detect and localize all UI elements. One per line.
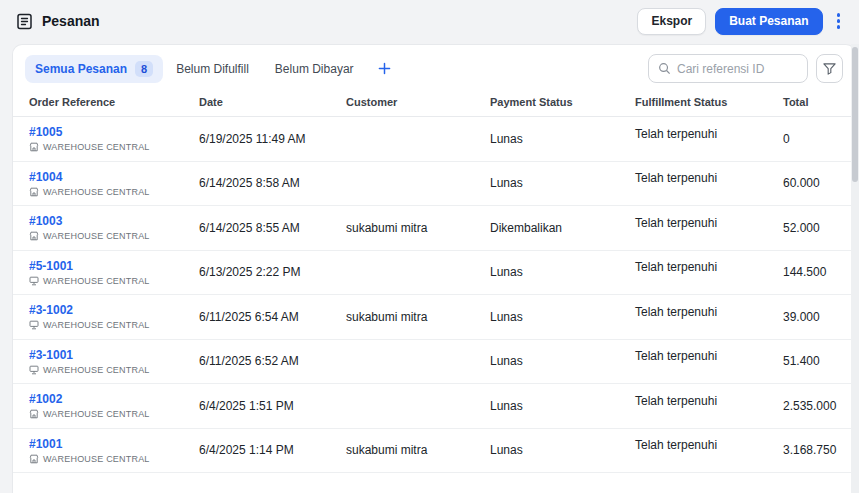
fulfillment-status: Telah terpenuhi <box>635 216 783 230</box>
location-label: WAREHOUSE CENTRAL <box>43 276 150 286</box>
pos-terminal-icon <box>29 276 39 286</box>
payment-status: Lunas <box>490 310 635 324</box>
tab-belum-dibayar[interactable]: Belum Dibayar <box>262 56 367 82</box>
orders-toolbar: Semua Pesanan 8 Belum Difulfill Belum Di… <box>13 45 855 92</box>
order-reference-link[interactable]: #3-1001 <box>29 348 199 362</box>
page-header: Pesanan Ekspor Buat Pesanan <box>0 0 859 42</box>
table-row[interactable]: #1001 WAREHOUSE CENTRAL 6/4/2025 1:14 PM… <box>13 429 855 474</box>
location-label: WAREHOUSE CENTRAL <box>43 320 150 330</box>
store-icon <box>29 187 39 197</box>
order-total: 3.168.750 <box>783 443 855 457</box>
order-location: WAREHOUSE CENTRAL <box>29 231 199 241</box>
pos-terminal-icon <box>29 365 39 375</box>
search-input[interactable] <box>677 62 798 76</box>
fulfillment-status: Telah terpenuhi <box>635 127 783 141</box>
export-button[interactable]: Ekspor <box>637 8 706 35</box>
location-label: WAREHOUSE CENTRAL <box>43 454 150 464</box>
order-location: WAREHOUSE CENTRAL <box>29 320 199 330</box>
order-location: WAREHOUSE CENTRAL <box>29 142 199 152</box>
order-count-badge: 8 <box>135 61 153 77</box>
payment-status: Lunas <box>490 399 635 413</box>
payment-status: Lunas <box>490 443 635 457</box>
order-customer: sukabumi mitra <box>346 443 490 457</box>
location-label: WAREHOUSE CENTRAL <box>43 365 150 375</box>
col-date: Date <box>199 96 346 108</box>
filter-icon <box>822 61 837 76</box>
payment-status: Dikembalikan <box>490 221 635 235</box>
create-order-button[interactable]: Buat Pesanan <box>715 8 822 35</box>
payment-status: Lunas <box>490 354 635 368</box>
order-date: 6/14/2025 8:55 AM <box>199 221 346 235</box>
location-label: WAREHOUSE CENTRAL <box>43 187 150 197</box>
order-total: 52.000 <box>783 221 855 235</box>
order-date: 6/13/2025 2:22 PM <box>199 265 346 279</box>
location-label: WAREHOUSE CENTRAL <box>43 409 150 419</box>
col-fulfillment-status: Fulfillment Status <box>635 96 783 108</box>
table-row[interactable]: #1003 WAREHOUSE CENTRAL 6/14/2025 8:55 A… <box>13 206 855 251</box>
store-icon <box>29 231 39 241</box>
location-label: WAREHOUSE CENTRAL <box>43 142 150 152</box>
table-row[interactable]: #5-1001 WAREHOUSE CENTRAL 6/13/2025 2:22… <box>13 251 855 296</box>
fulfillment-status: Telah terpenuhi <box>635 394 783 408</box>
order-date: 6/4/2025 1:51 PM <box>199 399 346 413</box>
order-reference-link[interactable]: #3-1002 <box>29 303 199 317</box>
kebab-menu-icon[interactable] <box>832 9 846 33</box>
col-total: Total <box>783 96 855 108</box>
order-reference-link[interactable]: #5-1001 <box>29 259 199 273</box>
col-payment-status: Payment Status <box>490 96 635 108</box>
table-row[interactable]: #3-1001 WAREHOUSE CENTRAL 6/11/2025 6:52… <box>13 340 855 385</box>
fulfillment-status: Telah terpenuhi <box>635 349 783 363</box>
search-icon <box>658 62 671 75</box>
order-location: WAREHOUSE CENTRAL <box>29 187 199 197</box>
table-row[interactable]: #3-1002 WAREHOUSE CENTRAL 6/11/2025 6:54… <box>13 295 855 340</box>
orders-icon <box>16 13 33 30</box>
order-total: 51.400 <box>783 354 855 368</box>
filter-button[interactable] <box>816 54 843 83</box>
order-total: 0 <box>783 132 855 146</box>
scrollbar-thumb[interactable] <box>852 47 858 182</box>
order-total: 144.500 <box>783 265 855 279</box>
order-location: WAREHOUSE CENTRAL <box>29 454 199 464</box>
order-customer: sukabumi mitra <box>346 310 490 324</box>
store-icon <box>29 409 39 419</box>
tab-label: Semua Pesanan <box>35 62 127 76</box>
location-label: WAREHOUSE CENTRAL <box>43 231 150 241</box>
col-customer: Customer <box>346 96 490 108</box>
order-reference-link[interactable]: #1002 <box>29 392 199 406</box>
tab-semua-pesanan[interactable]: Semua Pesanan 8 <box>25 55 163 83</box>
fulfillment-status: Telah terpenuhi <box>635 305 783 319</box>
store-icon <box>29 454 39 464</box>
order-reference-link[interactable]: #1005 <box>29 125 199 139</box>
table-row[interactable]: #1004 WAREHOUSE CENTRAL 6/14/2025 8:58 A… <box>13 162 855 207</box>
order-total: 60.000 <box>783 176 855 190</box>
fulfillment-status: Telah terpenuhi <box>635 260 783 274</box>
search-box[interactable] <box>648 54 808 83</box>
tab-belum-difulfill[interactable]: Belum Difulfill <box>163 56 262 82</box>
order-total: 2.535.000 <box>783 399 855 413</box>
order-location: WAREHOUSE CENTRAL <box>29 365 199 375</box>
add-view-button[interactable] <box>372 58 397 79</box>
order-date: 6/4/2025 1:14 PM <box>199 443 346 457</box>
table-row[interactable]: #1002 WAREHOUSE CENTRAL 6/4/2025 1:51 PM… <box>13 384 855 429</box>
order-date: 6/11/2025 6:54 AM <box>199 310 346 324</box>
pos-terminal-icon <box>29 320 39 330</box>
fulfillment-status: Telah terpenuhi <box>635 438 783 452</box>
order-date: 6/19/2025 11:49 AM <box>199 132 346 146</box>
order-total: 39.000 <box>783 310 855 324</box>
table-header: Order Reference Date Customer Payment St… <box>13 92 855 117</box>
fulfillment-status: Telah terpenuhi <box>635 171 783 185</box>
payment-status: Lunas <box>490 176 635 190</box>
table-row[interactable]: #1005 WAREHOUSE CENTRAL 6/19/2025 11:49 … <box>13 117 855 162</box>
order-reference-link[interactable]: #1001 <box>29 437 199 451</box>
store-icon <box>29 142 39 152</box>
order-date: 6/14/2025 8:58 AM <box>199 176 346 190</box>
order-customer: sukabumi mitra <box>346 221 490 235</box>
title-group: Pesanan <box>16 13 100 30</box>
orders-card: Semua Pesanan 8 Belum Difulfill Belum Di… <box>12 44 856 493</box>
order-reference-link[interactable]: #1003 <box>29 214 199 228</box>
order-reference-link[interactable]: #1004 <box>29 170 199 184</box>
scrollbar[interactable] <box>851 44 859 493</box>
payment-status: Lunas <box>490 132 635 146</box>
order-location: WAREHOUSE CENTRAL <box>29 409 199 419</box>
order-date: 6/11/2025 6:52 AM <box>199 354 346 368</box>
